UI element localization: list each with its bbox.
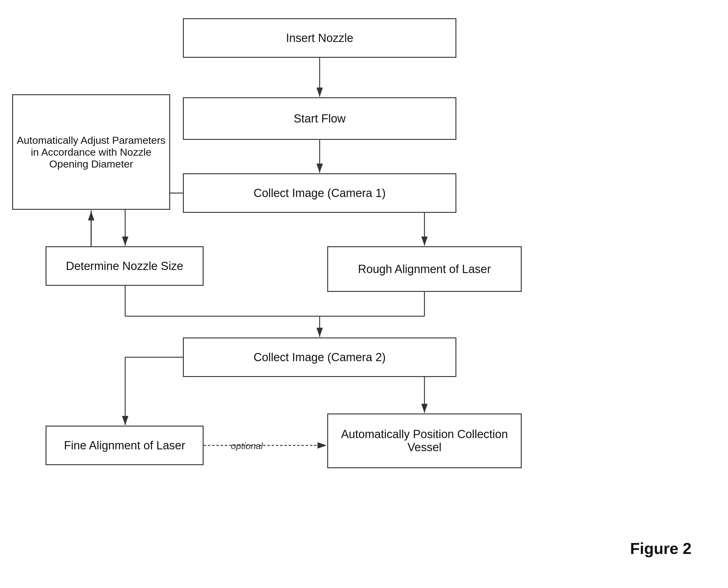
fine-alignment-box: Fine Alignment of Laser — [46, 426, 203, 465]
diagram-container: Insert Nozzle Start Flow Collect Image (… — [0, 0, 728, 588]
collect-image-1-box: Collect Image (Camera 1) — [183, 173, 456, 213]
rough-alignment-label: Rough Alignment of Laser — [358, 263, 491, 276]
insert-nozzle-box: Insert Nozzle — [183, 18, 456, 58]
auto-adjust-box: Automatically Adjust Parameters in Accor… — [12, 94, 170, 210]
flow-lines — [0, 0, 728, 588]
optional-label: optional — [231, 441, 263, 451]
collect-image-2-box: Collect Image (Camera 2) — [183, 337, 456, 377]
auto-position-box: Automatically Position Collection Vessel — [327, 414, 522, 468]
start-flow-box: Start Flow — [183, 97, 456, 140]
start-flow-label: Start Flow — [293, 112, 346, 125]
fine-alignment-label: Fine Alignment of Laser — [64, 439, 185, 452]
auto-position-label: Automatically Position Collection Vessel — [331, 428, 518, 454]
figure-label: Figure 2 — [630, 539, 691, 558]
determine-nozzle-label: Determine Nozzle Size — [66, 260, 183, 273]
determine-nozzle-box: Determine Nozzle Size — [46, 246, 203, 286]
insert-nozzle-label: Insert Nozzle — [286, 31, 353, 45]
auto-adjust-label: Automatically Adjust Parameters in Accor… — [16, 134, 166, 170]
collect-image-1-label: Collect Image (Camera 1) — [253, 187, 385, 200]
collect-image-2-label: Collect Image (Camera 2) — [253, 351, 385, 364]
rough-alignment-box: Rough Alignment of Laser — [327, 246, 522, 292]
